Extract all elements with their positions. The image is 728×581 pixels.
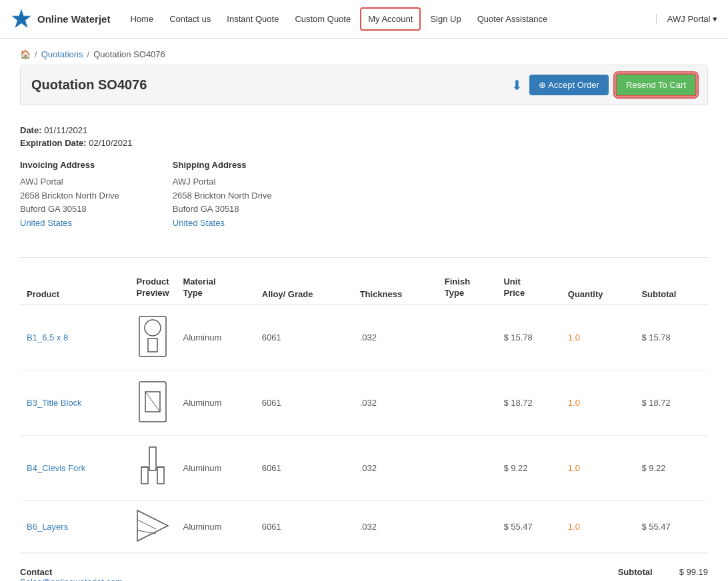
contact-email[interactable]: Sales@onlinewaterjet.com bbox=[20, 577, 123, 581]
divider bbox=[20, 257, 708, 258]
invoicing-address: Invoicing Address AWJ Portal 2658 Brickt… bbox=[20, 159, 119, 231]
material-cell: Aluminum bbox=[176, 435, 255, 500]
finish-cell bbox=[438, 304, 497, 370]
breadcrumb-current: Quotation SO4076 bbox=[93, 49, 165, 59]
expiration-row: Expiration Date: 02/10/2021 bbox=[20, 138, 708, 148]
quotation-header: Quotation SO4076 ⬇ ⊕ Accept Order Resend… bbox=[20, 65, 708, 105]
subtotal-value: $ 99.19 bbox=[679, 567, 708, 577]
col-material: MaterialType bbox=[176, 271, 255, 304]
preview-svg bbox=[136, 313, 169, 360]
finish-cell bbox=[438, 435, 497, 500]
invoicing-address-line2: 2658 Brickton North Drive bbox=[20, 189, 119, 203]
address-section: Invoicing Address AWJ Portal 2658 Brickt… bbox=[20, 159, 708, 231]
expiration-label: Expiration Date: bbox=[20, 138, 87, 148]
contact-section: Contact Sales@onlinewaterjet.com bbox=[20, 567, 123, 581]
invoicing-address-line1: AWJ Portal bbox=[20, 175, 119, 189]
nav-my-account[interactable]: My Account bbox=[360, 7, 421, 31]
breadcrumb-sep-1: / bbox=[35, 49, 37, 59]
header-actions: ⬇ ⊕ Accept Order Resend To Cart bbox=[511, 73, 697, 97]
col-alloy: Alloy/ Grade bbox=[255, 271, 353, 304]
product-preview-cell bbox=[129, 500, 176, 552]
shipping-address-line2: 2658 Brickton North Drive bbox=[173, 189, 272, 203]
svg-marker-0 bbox=[12, 9, 30, 27]
svg-marker-12 bbox=[137, 510, 168, 541]
shipping-address-line4: United States bbox=[173, 217, 272, 231]
shipping-address-label: Shipping Address bbox=[173, 159, 272, 173]
awj-portal-dropdown[interactable]: AWJ Portal ▾ bbox=[667, 14, 717, 24]
thickness-cell: .032 bbox=[353, 304, 438, 370]
shipping-address-line3: Buford GA 30518 bbox=[173, 203, 272, 217]
col-finish: FinishType bbox=[438, 271, 497, 304]
product-table: Product ProductPreview MaterialType Allo… bbox=[20, 271, 708, 553]
svg-rect-7 bbox=[149, 447, 156, 470]
invoicing-address-line4: United States bbox=[20, 217, 119, 231]
quotation-info: Date: 01/11/2021 Expiration Date: 02/10/… bbox=[20, 119, 708, 244]
svg-rect-8 bbox=[141, 467, 148, 484]
nav-instant-quote[interactable]: Instant Quote bbox=[220, 9, 285, 29]
product-name-cell[interactable]: B4_Clevis Fork bbox=[20, 435, 129, 500]
subtotal-cell: $ 9.22 bbox=[635, 435, 708, 500]
invoicing-address-label: Invoicing Address bbox=[20, 159, 119, 173]
download-icon[interactable]: ⬇ bbox=[511, 77, 523, 93]
date-row: Date: 01/11/2021 bbox=[20, 125, 708, 135]
product-preview-cell bbox=[129, 435, 176, 500]
breadcrumb-quotations[interactable]: Quotations bbox=[41, 49, 83, 59]
table-row: B6_Layers Aluminum6061.032$ 55.471.0$ 55… bbox=[20, 500, 708, 552]
col-subtotal: Subtotal bbox=[635, 271, 708, 304]
svg-rect-9 bbox=[157, 467, 164, 484]
resend-to-cart-button[interactable]: Resend To Cart bbox=[615, 73, 697, 97]
footer-section: Contact Sales@onlinewaterjet.com Subtota… bbox=[20, 553, 708, 581]
product-name-cell[interactable]: B6_Layers bbox=[20, 500, 129, 552]
quotation-title: Quotation SO4076 bbox=[31, 77, 147, 93]
breadcrumb-home-icon[interactable]: 🏠 bbox=[20, 49, 31, 59]
shipping-address-line1: AWJ Portal bbox=[173, 175, 272, 189]
table-header-row: Product ProductPreview MaterialType Allo… bbox=[20, 271, 708, 304]
product-name-cell[interactable]: B1_6.5 x 8 bbox=[20, 304, 129, 370]
finish-cell bbox=[438, 370, 497, 435]
brand-link[interactable]: Online Waterjet bbox=[11, 9, 110, 30]
subtotal-cell: $ 55.47 bbox=[635, 500, 708, 552]
subtotal-label: Subtotal bbox=[618, 567, 653, 577]
alloy-cell: 6061 bbox=[255, 500, 353, 552]
subtotal-cell: $ 18.72 bbox=[635, 370, 708, 435]
material-cell: Aluminum bbox=[176, 304, 255, 370]
shipping-address: Shipping Address AWJ Portal 2658 Brickto… bbox=[173, 159, 272, 231]
nav-contact[interactable]: Contact us bbox=[163, 9, 217, 29]
thickness-cell: .032 bbox=[353, 500, 438, 552]
product-preview-cell bbox=[129, 304, 176, 370]
navbar: Online Waterjet Home Contact us Instant … bbox=[0, 0, 728, 39]
nav-sign-up[interactable]: Sign Up bbox=[423, 9, 467, 29]
quantity-cell: 1.0 bbox=[561, 500, 635, 552]
nav-custom-quote[interactable]: Custom Quote bbox=[288, 9, 357, 29]
product-name-cell[interactable]: B3_Title Block bbox=[20, 370, 129, 435]
brand-logo-icon bbox=[11, 9, 32, 30]
subtotal-cell: $ 15.78 bbox=[635, 304, 708, 370]
col-preview: ProductPreview bbox=[129, 271, 176, 304]
contact-label: Contact bbox=[20, 567, 123, 577]
preview-svg bbox=[136, 378, 169, 425]
svg-point-2 bbox=[145, 320, 161, 336]
nav-quoter-assistance[interactable]: Quoter Assistance bbox=[471, 9, 555, 29]
quantity-cell: 1.0 bbox=[561, 370, 635, 435]
unit-price-cell: $ 15.78 bbox=[497, 304, 561, 370]
col-thickness: Thickness bbox=[353, 271, 438, 304]
breadcrumb: 🏠 / Quotations / Quotation SO4076 bbox=[0, 39, 728, 65]
preview-svg bbox=[136, 509, 169, 542]
nav-home[interactable]: Home bbox=[123, 9, 160, 29]
main-content: Quotation SO4076 ⬇ ⊕ Accept Order Resend… bbox=[0, 65, 728, 581]
nav-links: Home Contact us Instant Quote Custom Quo… bbox=[123, 7, 655, 31]
unit-price-cell: $ 9.22 bbox=[497, 435, 561, 500]
table-row: B4_Clevis Fork Aluminum6061.032$ 9.221.0… bbox=[20, 435, 708, 500]
nav-right: AWJ Portal ▾ bbox=[656, 14, 717, 24]
accept-order-button[interactable]: ⊕ Accept Order bbox=[529, 75, 608, 95]
table-row: B3_Title Block Aluminum6061.032$ 18.721.… bbox=[20, 370, 708, 435]
svg-line-13 bbox=[137, 520, 156, 529]
quantity-cell: 1.0 bbox=[561, 304, 635, 370]
col-product: Product bbox=[20, 271, 129, 304]
finish-cell bbox=[438, 500, 497, 552]
thickness-cell: .032 bbox=[353, 370, 438, 435]
invoicing-address-line3: Buford GA 30518 bbox=[20, 203, 119, 217]
date-value: 01/11/2021 bbox=[44, 125, 87, 135]
thickness-cell: .032 bbox=[353, 435, 438, 500]
svg-rect-3 bbox=[148, 338, 157, 352]
